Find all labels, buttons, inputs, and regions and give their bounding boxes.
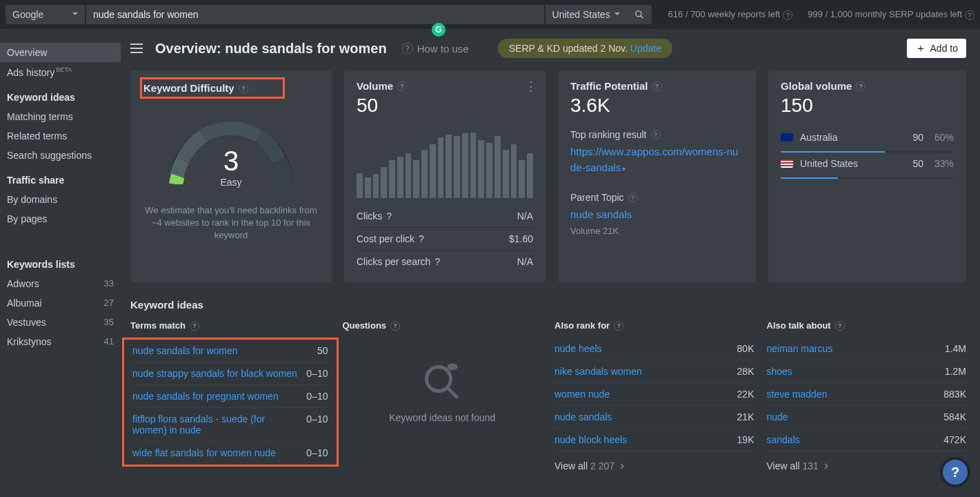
volume-metric-row: Cost per click ?$1.60: [357, 227, 533, 250]
keyword-row: wide flat sandals for women nude0–10: [132, 442, 328, 465]
flag-icon: [781, 133, 793, 142]
keyword-row: nude sandals21K: [554, 406, 754, 429]
help-float-button[interactable]: ?: [943, 460, 968, 485]
svg-line-1: [640, 16, 643, 19]
menu-toggle-icon[interactable]: [130, 43, 143, 53]
svg-point-0: [635, 11, 641, 17]
keyword-volume: 21K: [737, 411, 754, 422]
parent-topic-volume: Volume 21K: [570, 226, 743, 236]
sidebar-section-traffic-share: Traffic share: [0, 165, 121, 190]
list-count: 33: [104, 278, 114, 289]
list-name: Adwors: [7, 278, 39, 289]
how-to-use-link[interactable]: ?How to use: [402, 43, 469, 55]
keyword-row: nude heels80K: [554, 338, 754, 360]
keyword-link[interactable]: steve madden: [767, 389, 944, 400]
help-icon[interactable]: ?: [651, 130, 661, 139]
help-icon[interactable]: ?: [419, 233, 424, 244]
search-button[interactable]: [627, 5, 652, 24]
help-icon[interactable]: ?: [652, 81, 662, 91]
sidebar-list-item[interactable]: Vestuves35: [0, 313, 121, 332]
weekly-reports-status: 616 / 700 weekly reports left?: [668, 9, 793, 20]
serp-update-link[interactable]: Update: [630, 43, 661, 54]
sidebar-item-related-terms[interactable]: Related terms: [0, 126, 121, 146]
keyword-volume: 80K: [737, 343, 754, 354]
sidebar-item-ads-history[interactable]: Ads historyBETA: [0, 62, 121, 82]
sidebar-item-matching-terms[interactable]: Matching terms: [0, 107, 121, 126]
sidebar-item-search-suggestions[interactable]: Search suggestions: [0, 146, 121, 165]
chevron-down-icon: [72, 9, 78, 20]
tp-value: 3.6K: [570, 95, 743, 117]
sidebar: Overview Ads historyBETA Keyword ideas M…: [0, 29, 121, 497]
keyword-link[interactable]: nude heels: [554, 343, 737, 354]
help-icon[interactable]: ?: [614, 321, 623, 331]
keyword-link[interactable]: shoes: [767, 366, 945, 377]
sidebar-item-by-pages[interactable]: By pages: [0, 209, 121, 228]
help-icon[interactable]: ?: [783, 10, 792, 20]
keyword-link[interactable]: sandals: [767, 434, 944, 445]
chevron-down-icon[interactable]: ▾: [622, 165, 626, 173]
list-name: Vestuves: [7, 317, 46, 328]
card-menu-icon[interactable]: ⋮: [525, 79, 537, 94]
help-icon[interactable]: ?: [390, 321, 400, 331]
keyword-row: nude sandals for women50: [132, 340, 328, 362]
chevron-down-icon: [614, 9, 620, 20]
help-icon[interactable]: ?: [239, 84, 248, 93]
list-name: Albumai: [7, 298, 42, 309]
sidebar-list-item[interactable]: Krikstynos41: [0, 332, 121, 351]
keyword-volume: 472K: [943, 434, 966, 445]
keyword-row: women nude22K: [554, 383, 754, 406]
gv-country: United States: [800, 158, 903, 169]
volume-metric-row: Clicks per search ?N/A: [357, 250, 533, 273]
help-icon[interactable]: ?: [628, 193, 638, 202]
also-rank-viewall[interactable]: View all 2 207: [554, 458, 754, 473]
page-title: Overview: nude sandals for women: [155, 41, 387, 57]
sidebar-list-item[interactable]: Adwors33: [0, 274, 121, 293]
keyword-volume: 1.4M: [945, 343, 966, 354]
keyword-link[interactable]: nude sandals for women: [132, 345, 317, 356]
help-icon[interactable]: ?: [386, 211, 392, 222]
keyword-row: nude block heels19K: [554, 429, 754, 451]
keyword-volume: 0–10: [306, 447, 328, 458]
sidebar-list-item[interactable]: Albumai27: [0, 293, 121, 313]
help-icon[interactable]: ?: [835, 321, 845, 331]
keyword-link[interactable]: fitflop flora sandals - suede (for women…: [132, 413, 306, 436]
keyword-link[interactable]: nude block heels: [554, 434, 737, 445]
top-ranking-url[interactable]: https://www.zappos.com/womens-nude-sanda…: [570, 144, 743, 175]
help-icon[interactable]: ?: [190, 321, 199, 331]
top-ranking-head: Top ranking result?: [570, 129, 743, 140]
parent-topic-link[interactable]: nude sandals: [570, 207, 632, 223]
country-select[interactable]: United States: [546, 5, 627, 24]
beta-badge: BETA: [56, 66, 72, 73]
search-icon: [634, 10, 644, 19]
col-questions: Questions? Keyword ideas not found: [343, 320, 543, 473]
keyword-link[interactable]: nike sandals women: [554, 366, 737, 377]
also-rank-head: Also rank for?: [554, 320, 754, 331]
add-to-button[interactable]: ＋Add to: [907, 39, 966, 58]
gv-value: 50: [903, 158, 923, 169]
list-count: 35: [104, 317, 114, 327]
engine-select[interactable]: Google: [6, 5, 85, 24]
keyword-link[interactable]: nude sandals for pregnant women: [132, 391, 306, 402]
keyword-link[interactable]: women nude: [554, 389, 737, 400]
keyword-link[interactable]: nude sandals: [554, 411, 737, 422]
sidebar-item-overview[interactable]: Overview: [0, 43, 121, 62]
keyword-search-input[interactable]: [86, 5, 544, 24]
svg-line-3: [448, 388, 458, 398]
keyword-volume: 22K: [737, 389, 754, 400]
help-icon[interactable]: ?: [965, 10, 974, 20]
card-volume: ⋮ Volume? 50 Clicks ?N/ACost per click ?…: [344, 70, 546, 282]
help-icon[interactable]: ?: [434, 256, 440, 267]
keyword-link[interactable]: wide flat sandals for women nude: [132, 447, 306, 458]
sidebar-item-by-domains[interactable]: By domains: [0, 190, 121, 209]
svg-point-2: [427, 367, 451, 391]
keyword-link[interactable]: neiman marcus: [767, 343, 945, 354]
also-talk-viewall[interactable]: View all 131: [767, 458, 967, 473]
gv-percent: 60%: [923, 132, 954, 143]
chevron-right-icon: [617, 458, 624, 473]
help-icon[interactable]: ?: [856, 81, 866, 91]
keyword-link[interactable]: nude strappy sandals for black women: [132, 368, 306, 379]
help-icon[interactable]: ?: [397, 81, 407, 91]
keyword-link[interactable]: nude: [767, 411, 944, 422]
volume-value: 50: [357, 95, 533, 117]
section-keyword-ideas: Keyword ideas: [130, 299, 966, 311]
